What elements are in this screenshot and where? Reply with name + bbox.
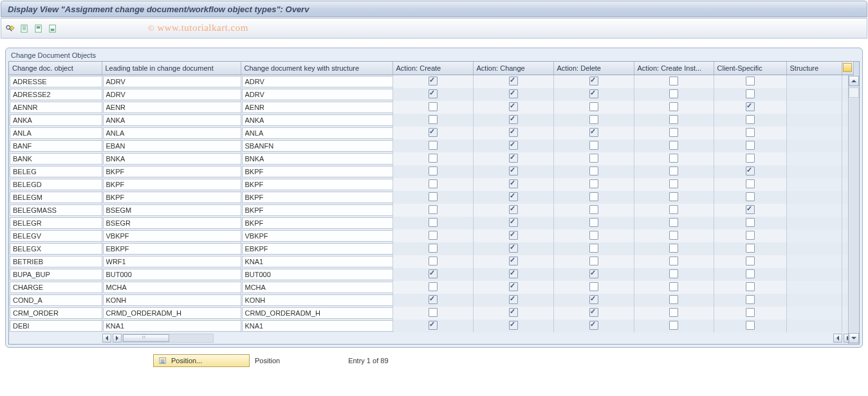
cell-client-specific[interactable] [746,321,755,330]
cell-action-create[interactable] [429,295,438,304]
cell-client-specific[interactable] [746,166,755,176]
cell-key-structure[interactable] [242,269,393,280]
cell-key-structure[interactable] [242,127,393,139]
cell-leading-table[interactable] [103,269,241,280]
cell-key-structure[interactable] [242,256,393,267]
cell-key-structure[interactable] [242,114,393,126]
cell-leading-table[interactable] [103,179,241,190]
cell-key-structure[interactable] [242,230,393,242]
cell-action-delete[interactable] [589,192,598,201]
cell-object[interactable] [10,153,102,165]
cell-action-create-inst[interactable] [669,295,678,304]
cell-leading-table[interactable] [103,282,241,293]
scroll-left-button[interactable] [102,334,111,343]
cell-action-create-inst[interactable] [669,166,678,176]
cell-client-specific[interactable] [746,76,755,86]
cell-action-create-inst[interactable] [669,192,678,201]
cell-client-specific[interactable] [746,205,755,214]
select-block-icon[interactable] [32,22,45,35]
cell-action-change[interactable] [509,256,518,266]
cell-object[interactable] [10,217,102,229]
cell-object[interactable] [10,243,102,255]
cell-object[interactable] [10,307,102,319]
cell-key-structure[interactable] [242,89,393,100]
cell-action-delete[interactable] [589,205,598,214]
cell-leading-table[interactable] [103,127,241,139]
cell-action-create[interactable] [429,269,438,278]
cell-client-specific[interactable] [746,295,755,304]
table-row[interactable] [9,140,853,152]
cell-leading-table[interactable] [103,217,241,229]
deselect-all-icon[interactable] [46,22,59,35]
vertical-scrollbar[interactable] [848,75,859,344]
col-leading-table[interactable]: Leading table in change document [102,62,241,75]
cell-action-delete[interactable] [589,102,598,111]
cell-action-create[interactable] [429,166,438,176]
cell-action-create-inst[interactable] [669,218,678,227]
cell-action-create-inst[interactable] [669,308,678,317]
cell-leading-table[interactable] [103,320,241,332]
cell-action-create[interactable] [429,244,438,253]
cell-action-change[interactable] [509,76,518,86]
cell-action-create-inst[interactable] [669,231,678,240]
cell-object[interactable] [10,269,102,280]
position-button[interactable]: Position... [153,354,250,367]
cell-action-change[interactable] [509,218,518,227]
cell-action-change[interactable] [509,166,518,176]
cell-key-structure[interactable] [242,153,393,165]
cell-action-change[interactable] [509,231,518,240]
cell-action-delete[interactable] [589,256,598,266]
cell-action-create[interactable] [429,128,438,137]
cell-leading-table[interactable] [103,243,241,255]
cell-action-delete[interactable] [589,308,598,317]
table-row[interactable] [9,127,853,140]
cell-object[interactable] [10,114,102,126]
table-row[interactable] [9,320,853,332]
cell-leading-table[interactable] [103,204,241,216]
cell-leading-table[interactable] [103,153,241,165]
cell-action-change[interactable] [509,321,518,330]
horizontal-scrollbar[interactable] [102,333,392,343]
cell-action-delete[interactable] [589,141,598,150]
cell-key-structure[interactable] [242,307,393,319]
cell-object[interactable] [10,127,102,139]
cell-action-change[interactable] [509,192,518,201]
cell-object[interactable] [10,140,102,152]
cell-action-change[interactable] [509,89,518,98]
cell-client-specific[interactable] [746,115,755,124]
cell-action-delete[interactable] [589,76,598,86]
cell-action-create-inst[interactable] [669,141,678,150]
cell-action-change[interactable] [509,244,518,253]
configure-columns-button[interactable] [842,62,853,75]
cell-action-delete[interactable] [589,128,598,137]
table-row[interactable] [9,268,853,281]
cell-leading-table[interactable] [103,76,241,87]
cell-client-specific[interactable] [746,179,755,188]
cell-object[interactable] [10,192,102,203]
cell-action-change[interactable] [509,128,518,137]
cell-object[interactable] [10,204,102,216]
col-key-structure[interactable]: Change document key with structure [241,62,392,75]
cell-action-create[interactable] [429,218,438,227]
cell-key-structure[interactable] [242,320,393,332]
col-action-change[interactable]: Action: Change [473,62,553,75]
table-row[interactable] [9,230,853,242]
cell-key-structure[interactable] [242,294,393,306]
cell-action-delete[interactable] [589,269,598,278]
cell-leading-table[interactable] [103,294,241,306]
table-row[interactable] [9,204,853,217]
hscroll-thumb[interactable] [123,334,169,342]
cell-action-change[interactable] [509,141,518,150]
cell-action-delete[interactable] [589,218,598,227]
table-row[interactable] [9,242,853,255]
cell-key-structure[interactable] [242,192,393,203]
cell-client-specific[interactable] [746,282,755,291]
table-row[interactable] [9,114,853,127]
cell-action-create-inst[interactable] [669,282,678,291]
col-action-create[interactable]: Action: Create [392,62,473,75]
cell-object[interactable] [10,282,102,293]
scroll-track[interactable] [849,98,858,332]
cell-client-specific[interactable] [746,102,755,111]
cell-action-create[interactable] [429,308,438,317]
cell-action-create[interactable] [429,179,438,188]
